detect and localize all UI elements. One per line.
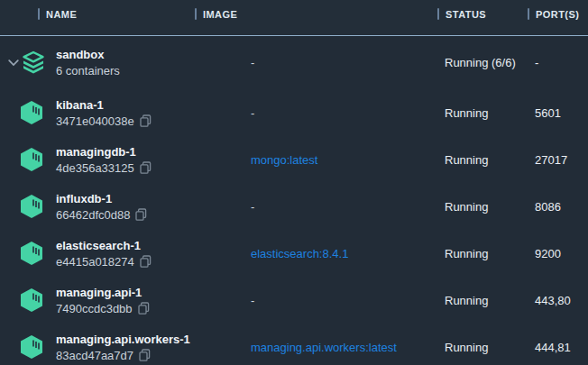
table-header: NAME IMAGE STATUS PORT(S) bbox=[0, 0, 588, 36]
table-row[interactable]: elasticsearch-1 e4415a018274 elasticsear… bbox=[0, 230, 588, 277]
table-row[interactable]: managing.api.workers-1 83acd47aa7d7 mana… bbox=[0, 324, 588, 365]
container-name: managingdb-1 bbox=[56, 145, 251, 159]
container-name: managing.api-1 bbox=[56, 286, 251, 299]
container-id: e4415a018274 bbox=[56, 255, 134, 269]
container-icon bbox=[20, 147, 43, 172]
container-icon bbox=[20, 194, 43, 219]
image-value: - bbox=[251, 56, 254, 69]
image-value: - bbox=[251, 106, 254, 120]
column-header-ports[interactable]: PORT(S) bbox=[528, 8, 588, 20]
container-id: 3471e040038e bbox=[56, 114, 134, 128]
ports-value: 9200 bbox=[535, 247, 588, 260]
containers-list: NAME IMAGE STATUS PORT(S) sandbox 6 cont… bbox=[0, 0, 588, 365]
ports-value: 27017 bbox=[535, 153, 588, 167]
container-id: 66462dfc0d88 bbox=[56, 208, 130, 222]
copy-icon[interactable] bbox=[140, 255, 152, 269]
copy-icon[interactable] bbox=[140, 161, 152, 175]
image-value: - bbox=[251, 294, 254, 307]
table-row[interactable]: sandbox 6 containers - Running (6/6) - bbox=[0, 36, 588, 89]
image-value: - bbox=[251, 200, 254, 214]
column-header-label: IMAGE bbox=[203, 9, 237, 20]
column-header-label: PORT(S) bbox=[536, 9, 579, 20]
ports-value: - bbox=[535, 56, 588, 69]
container-icon bbox=[20, 287, 43, 313]
ports-value: 443,80 bbox=[535, 294, 588, 307]
container-id: 83acd47aa7d7 bbox=[56, 349, 133, 362]
chevron-down-icon[interactable] bbox=[8, 59, 19, 67]
container-id: 4de356a33125 bbox=[56, 161, 134, 175]
container-name: kibana-1 bbox=[56, 98, 251, 112]
column-separator bbox=[195, 8, 197, 20]
status-value: Running bbox=[445, 294, 535, 307]
column-header-label: STATUS bbox=[446, 9, 486, 20]
status-value: Running bbox=[445, 153, 535, 167]
copy-icon[interactable] bbox=[139, 349, 152, 362]
status-value: Running bbox=[445, 247, 535, 260]
ports-value: 5601 bbox=[535, 106, 588, 120]
container-id: 7490ccdc3dbb bbox=[56, 302, 133, 315]
table-row[interactable]: influxdb-1 66462dfc0d88 - Running 8086 bbox=[0, 183, 588, 230]
compose-stack-icon bbox=[22, 50, 45, 75]
table-row[interactable]: managingdb-1 4de356a33125 mongo:latest R… bbox=[0, 136, 588, 183]
column-separator bbox=[528, 8, 529, 20]
status-value: Running (6/6) bbox=[445, 56, 535, 69]
container-icon bbox=[20, 100, 43, 125]
column-separator bbox=[437, 8, 439, 20]
copy-icon[interactable] bbox=[138, 302, 151, 315]
container-icon bbox=[20, 334, 43, 360]
status-value: Running bbox=[445, 200, 535, 214]
column-header-status[interactable]: STATUS bbox=[437, 8, 528, 20]
ports-value: 8086 bbox=[535, 200, 588, 214]
status-value: Running bbox=[445, 341, 535, 354]
column-header-name[interactable]: NAME bbox=[38, 8, 195, 20]
container-name: elasticsearch-1 bbox=[56, 239, 251, 252]
container-name: managing.api.workers-1 bbox=[56, 333, 251, 346]
copy-icon[interactable] bbox=[135, 208, 148, 222]
copy-icon[interactable] bbox=[140, 114, 152, 128]
column-header-label: NAME bbox=[46, 9, 77, 20]
group-name: sandbox bbox=[56, 48, 251, 61]
table-row[interactable]: managing.api-1 7490ccdc3dbb - Running 44… bbox=[0, 277, 588, 324]
ports-value: 444,81 bbox=[535, 341, 588, 354]
column-header-image[interactable]: IMAGE bbox=[195, 8, 437, 20]
table-row[interactable]: kibana-1 3471e040038e - Running 5601 bbox=[0, 89, 588, 136]
image-link[interactable]: managing.api.workers:latest bbox=[251, 341, 397, 354]
group-container-count: 6 containers bbox=[56, 64, 120, 78]
container-name: influxdb-1 bbox=[56, 192, 251, 205]
image-link[interactable]: mongo:latest bbox=[251, 153, 317, 167]
container-icon bbox=[20, 241, 43, 266]
column-separator bbox=[38, 8, 40, 20]
status-value: Running bbox=[445, 106, 535, 120]
image-link[interactable]: elasticsearch:8.4.1 bbox=[251, 247, 348, 260]
